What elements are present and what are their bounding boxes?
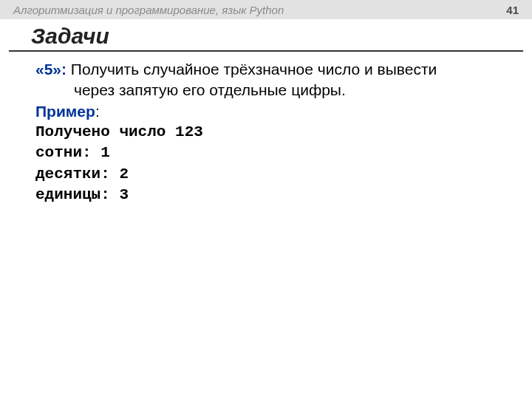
output-line1: Получено число 123 (35, 123, 203, 140)
task-description-line1: Получить случайное трёхзначное число и в… (66, 61, 437, 78)
task-block: «5»: Получить случайное трёхзначное числ… (35, 59, 510, 101)
output-line4: единицы: 3 (35, 186, 129, 203)
example-block: Пример: (35, 101, 510, 122)
course-title: Алгоритмизация и программирование, язык … (13, 4, 284, 16)
example-label: Пример (35, 103, 95, 120)
output-line3: десятки: 2 (35, 166, 129, 183)
example-output: Получено число 123 сотни: 1 десятки: 2 е… (35, 122, 510, 205)
slide-content: «5»: Получить случайное трёхзначное числ… (0, 52, 532, 205)
slide-title: Задачи (9, 19, 523, 52)
task-description-line2: через запятую его отдельные цифры. (35, 80, 510, 100)
example-colon: : (95, 103, 100, 120)
task-level-label: «5»: (35, 61, 66, 78)
page-number: 41 (506, 4, 519, 16)
header-bar: Алгоритмизация и программирование, язык … (0, 0, 532, 19)
output-line2: сотни: 1 (35, 144, 110, 161)
